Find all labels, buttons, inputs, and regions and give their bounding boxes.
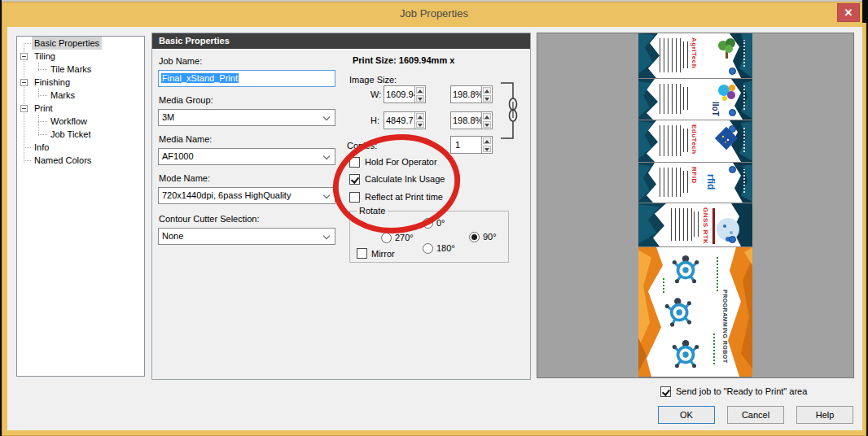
contour-cutter-select[interactable]: None bbox=[158, 228, 335, 245]
calculate-ink-usage-label: Calculate Ink Usage bbox=[365, 174, 445, 185]
edutech-diamond-logo-icon bbox=[712, 124, 741, 156]
background-left-strip bbox=[0, 0, 2, 436]
width-input[interactable]: 1609.94mm bbox=[384, 85, 426, 103]
rotate-270-radio[interactable] bbox=[381, 233, 392, 243]
screen: Job Properties ✕ Basic Properties Tiling… bbox=[0, 0, 868, 436]
spin-up-button[interactable] bbox=[416, 113, 424, 120]
image-size-label: Image Size: bbox=[349, 75, 397, 85]
job-name-input[interactable]: Final_xStand_Print bbox=[158, 70, 335, 87]
tree-item-label: Info bbox=[32, 141, 51, 154]
rotate-group-label: Rotate bbox=[357, 206, 388, 216]
tree-logo-icon bbox=[713, 37, 741, 61]
tree-item-marks[interactable]: Marks bbox=[17, 89, 144, 102]
job-name-label: Job Name: bbox=[159, 56, 202, 67]
media-group-label: Media Group: bbox=[159, 95, 213, 106]
calculate-ink-usage-checkbox[interactable] bbox=[349, 174, 360, 185]
dialog-titlebar[interactable]: Job Properties bbox=[2, 2, 866, 25]
select-value: None bbox=[162, 231, 183, 241]
collapse-minus-icon[interactable] bbox=[20, 79, 28, 86]
iiot-logo-text: IIoT bbox=[711, 102, 720, 116]
spin-up-button[interactable] bbox=[416, 87, 424, 94]
tree-item-finishing[interactable]: Finishing bbox=[17, 76, 144, 89]
hold-for-operator-checkbox[interactable] bbox=[349, 157, 360, 168]
print-size-text: Print Size: 1609.94mm x bbox=[353, 55, 454, 66]
chevron-down-icon bbox=[323, 233, 330, 239]
rotate-180-label: 180° bbox=[436, 243, 455, 254]
select-value: 720x1440dpi, 6pass HighQuality bbox=[162, 190, 291, 200]
width-percent-input[interactable]: 198.8% bbox=[450, 85, 493, 103]
spin-down-button[interactable] bbox=[416, 95, 424, 102]
text-scribble bbox=[660, 125, 681, 156]
preview-panel-agritech: AgriTech bbox=[638, 33, 752, 79]
spin-down-button[interactable] bbox=[483, 121, 491, 128]
select-value: AF1000 bbox=[162, 151, 194, 161]
text-scribble bbox=[660, 168, 681, 197]
send-to-ready-checkbox[interactable] bbox=[660, 386, 671, 397]
reflect-at-print-time-label: Reflect at Print time bbox=[365, 192, 443, 203]
panel-title: RFID bbox=[690, 167, 698, 184]
text-scribble bbox=[683, 129, 690, 152]
help-button[interactable]: Help bbox=[796, 406, 853, 424]
tree-item-label: Workflow bbox=[48, 115, 90, 128]
tree-connector bbox=[24, 160, 31, 161]
media-name-select[interactable]: AF1000 bbox=[158, 148, 335, 165]
edge-text-scribble bbox=[743, 169, 745, 193]
mirror-checkbox[interactable] bbox=[357, 248, 367, 259]
tree-item-tile-marks[interactable]: Tile Marks bbox=[17, 63, 144, 76]
panel-title: GNSS RTK bbox=[702, 207, 709, 244]
robot-icon bbox=[660, 294, 699, 329]
mode-name-select[interactable]: 720x1440dpi, 6pass HighQuality bbox=[158, 187, 335, 204]
height-percent-spinner bbox=[481, 112, 492, 129]
round-logo-icon bbox=[729, 166, 736, 173]
media-group-select[interactable]: 3M bbox=[158, 109, 335, 126]
tree-item-workflow[interactable]: Workflow bbox=[17, 115, 144, 128]
height-percent-input[interactable]: 198.8% bbox=[450, 111, 493, 129]
height-label: H: bbox=[370, 116, 379, 126]
height-input[interactable]: 4849.71mm bbox=[384, 111, 426, 129]
tree-item-label: Basic Properties bbox=[32, 37, 102, 50]
copies-input[interactable]: 1 bbox=[450, 136, 493, 154]
cancel-button[interactable]: Cancel bbox=[727, 406, 784, 424]
close-icon: ✕ bbox=[844, 7, 853, 19]
tree-item-job-ticket[interactable]: Job Ticket bbox=[17, 128, 144, 141]
collapse-minus-icon[interactable] bbox=[20, 53, 28, 60]
tree-connector bbox=[38, 95, 47, 96]
spin-down-button[interactable] bbox=[483, 95, 491, 102]
rotate-0-label: 0° bbox=[436, 218, 445, 229]
tree-item-label: Tiling bbox=[32, 50, 58, 63]
spin-up-button[interactable] bbox=[483, 87, 491, 94]
tree-item-info[interactable]: Info bbox=[17, 141, 144, 154]
rotate-90-radio[interactable] bbox=[469, 232, 480, 242]
background-corner bbox=[862, 0, 868, 23]
spin-down-button[interactable] bbox=[416, 121, 424, 128]
tree-item-label: Named Colors bbox=[32, 154, 94, 167]
tree-connector bbox=[38, 134, 47, 135]
rotate-group: Rotate 0° 270° 90° 180° Mirror bbox=[349, 211, 509, 263]
tree-item-named-colors[interactable]: Named Colors bbox=[17, 154, 144, 167]
preview-panel-rfid: RFID rfid bbox=[638, 163, 752, 203]
text-scribble bbox=[671, 208, 692, 241]
round-logo-icon bbox=[729, 68, 736, 75]
reflect-at-print-time-checkbox[interactable] bbox=[349, 192, 360, 203]
spin-up-button[interactable] bbox=[483, 137, 491, 144]
chevron-down-icon bbox=[323, 192, 330, 198]
close-button[interactable]: ✕ bbox=[837, 3, 860, 22]
tree-connector bbox=[38, 121, 47, 122]
width-label: W: bbox=[370, 89, 381, 100]
chain-link-icon bbox=[510, 98, 517, 121]
text-scribble bbox=[660, 38, 681, 72]
tree-item-tiling[interactable]: Tiling bbox=[17, 50, 144, 63]
hold-for-operator-label: Hold For Operator bbox=[365, 157, 437, 168]
tree-item-basic-properties[interactable]: Basic Properties bbox=[17, 37, 144, 50]
ok-button[interactable]: OK bbox=[658, 406, 715, 424]
robot-icon bbox=[668, 254, 704, 285]
rotate-0-radio[interactable] bbox=[423, 218, 433, 229]
panel-title: EduTech bbox=[690, 124, 698, 155]
rotate-180-radio[interactable] bbox=[423, 243, 433, 254]
text-scribble bbox=[660, 84, 681, 114]
spin-down-button[interactable] bbox=[483, 146, 491, 152]
map-art-icon bbox=[712, 207, 741, 247]
tree-item-print[interactable]: Print bbox=[17, 102, 144, 115]
collapse-minus-icon[interactable] bbox=[20, 105, 28, 112]
spin-up-button[interactable] bbox=[483, 113, 491, 120]
